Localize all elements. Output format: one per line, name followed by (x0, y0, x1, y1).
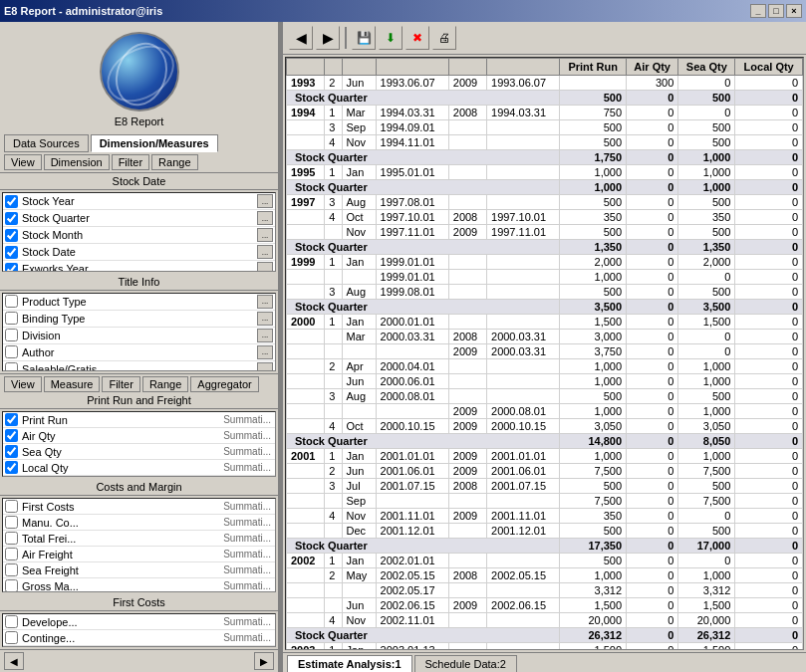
mtab-range[interactable]: Range (142, 376, 188, 392)
cell-date2: 2002.06.15 (487, 598, 560, 613)
title-checkbox[interactable] (5, 345, 18, 358)
mtab-measure[interactable]: Measure (44, 376, 101, 392)
nav-bottom[interactable]: ◀ ▶ (0, 649, 278, 672)
cell-year2: 2009 (448, 344, 486, 359)
title-info-item[interactable]: Author ... (3, 344, 275, 361)
first-costs-item[interactable]: Develope... Summati... (3, 614, 275, 630)
dimension-list[interactable]: Stock Year ... Stock Quarter ... Stock M… (2, 192, 276, 272)
minimize-button[interactable]: _ (750, 4, 766, 18)
dim-checkbox[interactable] (5, 195, 18, 208)
measure-item[interactable]: Local Qty Summati... (3, 460, 275, 476)
costs-checkbox[interactable] (5, 548, 18, 560)
costs-item[interactable]: Total Frei... Summati... (3, 531, 275, 547)
dimension-item[interactable]: Stock Month ... (3, 227, 275, 244)
title-btn[interactable]: ... (257, 329, 273, 342)
toolbar[interactable]: ◀ ▶ 💾 ⬇ ✖ 🖨 (283, 22, 806, 55)
dim-btn[interactable]: ... (257, 262, 273, 272)
costs-checkbox[interactable] (5, 532, 18, 545)
dim-btn[interactable]: ... (257, 228, 273, 242)
main-tabs[interactable]: Data Sources Dimension/Measures (0, 132, 278, 152)
cell-year: 2001 (287, 449, 325, 464)
measure-checkbox[interactable] (5, 413, 18, 426)
sub-tabs[interactable]: View Dimension Filter Range (0, 152, 278, 173)
print-freight-header: Print Run and Freight (0, 392, 278, 409)
close-button[interactable]: × (786, 4, 802, 18)
dim-checkbox[interactable] (5, 263, 18, 272)
measure-tabs[interactable]: View Measure Filter Range Aggregator (0, 374, 278, 392)
download-button[interactable]: ⬇ (379, 26, 403, 50)
table-row: Jun 2000.06.01 1,000 0 1,000 0 (287, 374, 803, 389)
cell-month: Aug (342, 389, 376, 404)
measure-item[interactable]: Air Qty Summati... (3, 428, 275, 444)
fc-checkbox[interactable] (5, 631, 18, 644)
print-button[interactable]: 🖨 (432, 26, 456, 50)
cell-seaqty: 500 (678, 479, 735, 494)
bottom-tab-schedule[interactable]: Schedule Data:2 (414, 655, 517, 672)
nav-right-button[interactable]: ▶ (254, 652, 274, 670)
fc-checkbox[interactable] (5, 615, 18, 628)
dimension-item[interactable]: Stock Quarter ... (3, 210, 275, 227)
cell-month: Jun (342, 598, 376, 613)
back-button[interactable]: ◀ (289, 26, 313, 50)
nav-left-button[interactable]: ◀ (4, 652, 24, 670)
mtab-filter[interactable]: Filter (102, 376, 139, 392)
dim-btn[interactable]: ... (257, 245, 273, 259)
dim-checkbox[interactable] (5, 229, 18, 242)
title-info-item[interactable]: Division ... (3, 328, 275, 344)
save-button[interactable]: 💾 (352, 26, 376, 50)
tab-dimension-measures[interactable]: Dimension/Measures (91, 134, 218, 152)
delete-button[interactable]: ✖ (405, 26, 429, 50)
subtab-filter[interactable]: Filter (112, 154, 149, 170)
subtab-dimension[interactable]: Dimension (44, 154, 110, 170)
title-checkbox[interactable] (5, 329, 18, 341)
costs-item[interactable]: Gross Ma... Summati... (3, 578, 275, 592)
costs-item[interactable]: First Costs Summati... (3, 499, 275, 515)
measure-checkbox[interactable] (5, 461, 18, 474)
title-info-item[interactable]: Product Type ... (3, 294, 275, 311)
title-checkbox[interactable] (5, 362, 18, 371)
title-btn[interactable]: ... (257, 362, 273, 372)
costs-checkbox[interactable] (5, 500, 18, 513)
title-btn[interactable]: ... (257, 345, 273, 359)
costs-checkbox[interactable] (5, 563, 18, 576)
title-checkbox[interactable] (5, 295, 18, 308)
measure-list[interactable]: Print Run Summati... Air Qty Summati... … (2, 411, 276, 477)
mtab-aggregator[interactable]: Aggregator (190, 376, 258, 392)
mtab-view[interactable]: View (4, 376, 42, 392)
maximize-button[interactable]: □ (768, 4, 784, 18)
dim-btn[interactable]: ... (257, 211, 273, 225)
costs-item[interactable]: Sea Freight Summati... (3, 562, 275, 578)
title-info-item[interactable]: Saleable/Gratis ... (3, 361, 275, 372)
measure-item[interactable]: Sea Qty Summati... (3, 444, 275, 460)
costs-checkbox[interactable] (5, 579, 18, 592)
title-info-list[interactable]: Product Type ... Binding Type ... Divisi… (2, 293, 276, 372)
tab-data-sources[interactable]: Data Sources (4, 134, 89, 152)
costs-item[interactable]: Air Freight Summati... (3, 547, 275, 562)
dim-checkbox[interactable] (5, 246, 18, 259)
measure-checkbox[interactable] (5, 445, 18, 458)
title-checkbox[interactable] (5, 312, 18, 325)
first-costs-list[interactable]: Develope... Summati... Continge... Summa… (2, 613, 276, 647)
costs-item[interactable]: Manu. Co... Summati... (3, 515, 275, 531)
subtab-range[interactable]: Range (151, 154, 197, 170)
measure-checkbox[interactable] (5, 429, 18, 442)
cell-date1: 2002.06.15 (376, 598, 448, 613)
first-costs-item[interactable]: Continge... Summati... (3, 630, 275, 646)
title-info-item[interactable]: Binding Type ... (3, 311, 275, 328)
title-btn[interactable]: ... (257, 312, 273, 326)
measure-item[interactable]: Print Run Summati... (3, 412, 275, 428)
dimension-item[interactable]: Stock Year ... (3, 193, 275, 210)
dim-checkbox[interactable] (5, 212, 18, 225)
costs-checkbox[interactable] (5, 516, 18, 529)
dimension-item[interactable]: Stock Date ... (3, 244, 275, 261)
window-controls[interactable]: _ □ × (750, 4, 802, 18)
costs-list[interactable]: First Costs Summati... Manu. Co... Summa… (2, 498, 276, 592)
bottom-tab-estimate[interactable]: Estimate Analysis:1 (287, 655, 412, 672)
title-btn[interactable]: ... (257, 295, 273, 309)
dim-btn[interactable]: ... (257, 194, 273, 208)
subtab-view[interactable]: View (4, 154, 42, 170)
bottom-tabs[interactable]: Estimate Analysis:1 Schedule Data:2 (283, 652, 806, 672)
data-grid-container[interactable]: Print Run Air Qty Sea Qty Local Qty 1993… (285, 57, 804, 650)
dimension-item[interactable]: Exworks Year ... (3, 261, 275, 272)
forward-button[interactable]: ▶ (316, 26, 340, 50)
